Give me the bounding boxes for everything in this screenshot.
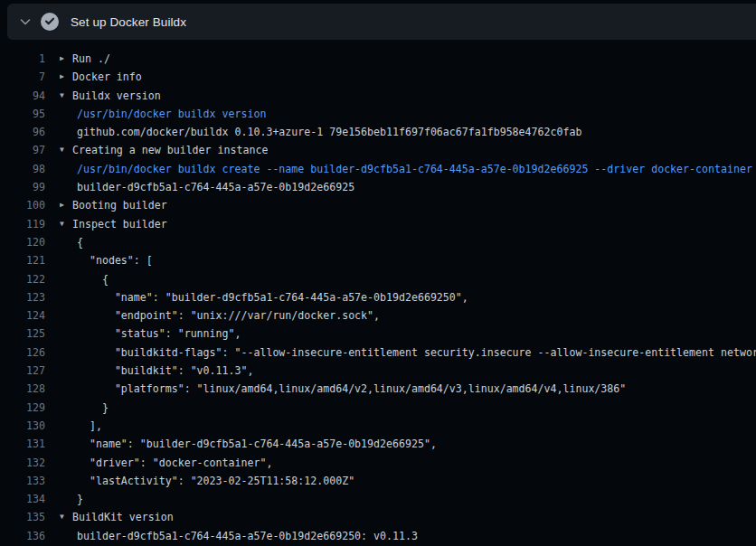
group-toggle-icon [60, 380, 72, 398]
group-toggle-icon [60, 251, 72, 269]
group-toggle-icon [60, 527, 72, 545]
line-number[interactable]: 134 [0, 490, 45, 508]
group-toggle-icon[interactable]: ▼ [60, 141, 72, 159]
chevron-down-icon[interactable] [18, 14, 33, 29]
log-line: 124 "endpoint": "unix:///var/run/docker.… [0, 306, 756, 325]
line-body: ▼ Creating a new builder instance [60, 141, 268, 159]
line-text: Buildx version [72, 87, 161, 105]
group-toggle-icon [60, 270, 72, 288]
group-toggle-icon[interactable]: ▶ [60, 68, 72, 86]
line-text: { [72, 233, 83, 251]
log-line: 130 ], [0, 417, 756, 435]
line-number[interactable]: 121 [0, 251, 45, 269]
line-body: ▼ BuildKit version [60, 508, 174, 526]
line-number[interactable]: 133 [0, 472, 45, 490]
line-text: "lastActivity": "2023-02-25T11:58:12.000… [72, 472, 354, 490]
line-number[interactable]: 97 [0, 141, 45, 159]
log-line[interactable]: 135 ▼ BuildKit version [0, 508, 756, 526]
line-number[interactable]: 94 [0, 87, 45, 105]
actions-log-page: { "colors": { "page_background": "#04070… [0, 0, 756, 546]
line-text: Inspect builder [72, 215, 167, 233]
group-toggle-icon [60, 178, 72, 196]
line-body: github.com/docker/buildx 0.10.3+azure-1 … [60, 123, 581, 141]
group-toggle-icon[interactable]: ▼ [60, 215, 72, 233]
line-body: ], [60, 417, 102, 435]
line-number[interactable]: 135 [0, 508, 45, 526]
line-body: /usr/bin/docker buildx version [60, 105, 266, 123]
line-number[interactable]: 131 [0, 435, 45, 453]
line-number[interactable]: 129 [0, 399, 45, 417]
line-body: { [60, 233, 83, 251]
line-body: "name": "builder-d9cfb5a1-c764-445a-a57e… [60, 435, 437, 453]
log-line: 123 "name": "builder-d9cfb5a1-c764-445a-… [0, 288, 756, 306]
line-number[interactable]: 98 [0, 160, 45, 178]
log-line: 120 { [0, 233, 756, 251]
line-number[interactable]: 124 [0, 306, 45, 325]
line-text: "nodes": [ [72, 251, 153, 269]
log-line[interactable]: 1 ▶ Run ./ [0, 50, 756, 68]
log-line[interactable]: 97 ▼ Creating a new builder instance [0, 141, 756, 159]
line-number[interactable]: 136 [0, 527, 45, 545]
line-number[interactable]: 96 [0, 123, 45, 141]
chevron-down-icon-svg [18, 14, 33, 29]
log-line: 98 /usr/bin/docker buildx create --name … [0, 160, 756, 178]
line-number[interactable]: 127 [0, 362, 45, 380]
line-number[interactable]: 122 [0, 270, 45, 288]
group-toggle-icon [60, 325, 72, 343]
line-body: /usr/bin/docker buildx create --name bui… [60, 160, 752, 178]
line-number[interactable]: 1 [0, 50, 45, 68]
line-number[interactable]: 126 [0, 344, 45, 362]
line-number[interactable]: 120 [0, 233, 45, 251]
line-number[interactable]: 125 [0, 325, 45, 343]
line-body: "name": "builder-d9cfb5a1-c764-445a-a57e… [60, 288, 468, 306]
line-text: "buildkit": "v0.11.3", [72, 362, 253, 380]
group-toggle-icon [60, 399, 72, 417]
line-number[interactable]: 123 [0, 288, 45, 306]
check-circle-icon [41, 13, 59, 31]
line-number[interactable]: 130 [0, 417, 45, 435]
group-toggle-icon [60, 362, 72, 380]
group-toggle-icon[interactable]: ▼ [60, 508, 72, 526]
log-line[interactable]: 100 ▶ Booting builder [0, 196, 756, 214]
log-line[interactable]: 7 ▶ Docker info [0, 68, 756, 86]
step-header[interactable]: Set up Docker Buildx [7, 4, 756, 40]
group-toggle-icon[interactable]: ▶ [60, 50, 72, 68]
log-line[interactable]: 119 ▼ Inspect builder [0, 215, 756, 233]
log-line: 95 /usr/bin/docker buildx version [0, 105, 756, 123]
line-text: Creating a new builder instance [72, 141, 268, 159]
line-body: ▶ Docker info [60, 68, 142, 86]
log-line[interactable]: 94 ▼ Buildx version [0, 87, 756, 105]
log-line: 99 builder-d9cfb5a1-c764-445a-a57e-0b19d… [0, 178, 756, 196]
log-line: 127 "buildkit": "v0.11.3", [0, 362, 756, 380]
group-toggle-icon [60, 490, 72, 508]
group-toggle-icon [60, 105, 72, 123]
line-text: "status": "running", [72, 325, 241, 343]
line-body: "platforms": "linux/amd64,linux/amd64/v2… [60, 380, 626, 398]
line-number[interactable]: 119 [0, 215, 45, 233]
line-text: "name": "builder-d9cfb5a1-c764-445a-a57e… [72, 288, 468, 306]
line-number[interactable]: 128 [0, 380, 45, 398]
line-body: } [60, 490, 83, 508]
line-text: "endpoint": "unix:///var/run/docker.sock… [72, 306, 380, 325]
line-number[interactable]: 99 [0, 178, 45, 196]
step-title: Set up Docker Buildx [71, 15, 186, 29]
group-toggle-icon[interactable]: ▼ [60, 87, 72, 105]
log-line: 122 { [0, 270, 756, 288]
log-container[interactable]: 1 ▶ Run ./ 7 ▶ Docker info 94 ▼ Buildx v… [0, 40, 756, 545]
line-body: "driver": "docker-container", [60, 454, 272, 472]
line-number[interactable]: 95 [0, 105, 45, 123]
line-text: } [72, 490, 83, 508]
line-number[interactable]: 132 [0, 454, 45, 472]
line-text: "name": "builder-d9cfb5a1-c764-445a-a57e… [72, 435, 437, 453]
line-text: Booting builder [72, 196, 167, 214]
check-circle-icon-svg [41, 13, 59, 31]
line-number[interactable]: 7 [0, 68, 45, 86]
line-number[interactable]: 100 [0, 196, 45, 214]
group-toggle-icon[interactable]: ▶ [60, 196, 72, 214]
line-body: { [60, 270, 109, 288]
line-text: ], [72, 417, 102, 435]
line-text: "buildkitd-flags": "--allow-insecure-ent… [72, 344, 756, 362]
group-toggle-icon [60, 435, 72, 453]
log-line: 133 "lastActivity": "2023-02-25T11:58:12… [0, 472, 756, 490]
line-text: Docker info [72, 68, 142, 86]
